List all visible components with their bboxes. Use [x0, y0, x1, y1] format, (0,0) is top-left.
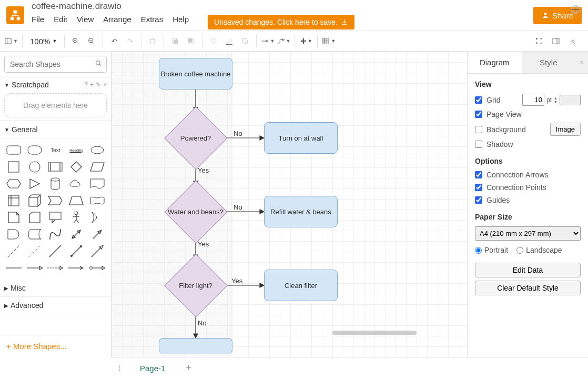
menu-edit[interactable]: Edit	[54, 15, 67, 29]
fill-color-icon[interactable]	[207, 34, 220, 48]
page-menu-icon[interactable]: ⋮	[111, 364, 127, 372]
format-panel-icon[interactable]	[549, 34, 563, 48]
conn-points-checkbox[interactable]	[475, 184, 482, 191]
shadow-icon[interactable]	[238, 34, 252, 48]
shape-text[interactable]: Text	[46, 143, 65, 157]
clear-style-button[interactable]: Clear Default Style	[475, 281, 581, 295]
shape-curve[interactable]	[46, 227, 65, 242]
shape-data-storage[interactable]	[25, 227, 44, 242]
app-logo[interactable]	[6, 6, 24, 24]
scratchpad-close-icon[interactable]: ×	[103, 81, 107, 88]
collapse-icon[interactable]	[566, 34, 580, 48]
sidebar-toggle-icon[interactable]: ▼	[4, 34, 18, 48]
grid-color-swatch[interactable]	[560, 95, 581, 105]
shape-triangle[interactable]	[25, 176, 44, 191]
delete-icon[interactable]	[146, 34, 159, 48]
shape-hline-arrow[interactable]	[25, 261, 44, 275]
node-powered[interactable]: Powered?	[164, 106, 227, 170]
background-checkbox[interactable]	[475, 126, 482, 133]
add-page-icon[interactable]: +	[178, 358, 199, 377]
shape-or[interactable]	[88, 210, 107, 225]
scratchpad-edit-icon[interactable]: ✎	[96, 81, 101, 88]
close-panel-icon[interactable]: ×	[575, 52, 588, 73]
connection-icon[interactable]: ▼	[261, 34, 275, 48]
shape-internal-storage[interactable]	[4, 193, 23, 208]
search-shapes-input[interactable]	[4, 56, 107, 73]
shape-cube[interactable]	[25, 193, 44, 208]
guides-checkbox[interactable]	[475, 196, 482, 204]
redo-icon[interactable]: ↷	[123, 34, 137, 48]
menu-help[interactable]: Help	[173, 15, 189, 29]
search-icon[interactable]	[95, 59, 103, 69]
waypoint-icon[interactable]: ▼	[277, 34, 290, 48]
shape-process[interactable]	[46, 160, 65, 174]
shape-bidirectional-arrow[interactable]	[67, 227, 86, 242]
grid-checkbox[interactable]	[475, 96, 482, 104]
undo-icon[interactable]: ↶	[107, 34, 121, 48]
shape-hline-circle-arrow[interactable]	[88, 261, 107, 275]
more-shapes-button[interactable]: + More Shapes...	[0, 335, 111, 357]
shape-diamond[interactable]	[67, 160, 86, 174]
shape-line-dots[interactable]	[67, 244, 86, 258]
shape-trapezoid[interactable]	[67, 193, 86, 208]
menu-view[interactable]: View	[77, 15, 94, 29]
shape-square[interactable]	[4, 160, 23, 174]
shape-parallelogram[interactable]	[88, 160, 107, 174]
menu-arrange[interactable]: Arrange	[103, 15, 131, 29]
zoom-in-icon[interactable]	[69, 34, 83, 48]
edit-data-button[interactable]: Edit Data	[475, 263, 581, 277]
shape-arrow[interactable]	[88, 227, 107, 242]
shape-dotted-line[interactable]	[25, 244, 44, 258]
shape-and[interactable]	[4, 227, 23, 242]
insert-icon[interactable]: +▼	[299, 34, 313, 48]
scratchpad-dropzone[interactable]: Drag elements here	[4, 93, 107, 117]
shape-hline-open-arrow[interactable]	[67, 261, 86, 275]
shape-note[interactable]	[4, 210, 23, 225]
image-button[interactable]: Image	[550, 123, 581, 136]
grid-down-icon[interactable]: ▼	[554, 100, 557, 104]
page-tab-1[interactable]: Page-1	[127, 359, 178, 377]
shape-heading[interactable]: Heading	[67, 143, 86, 157]
node-water[interactable]: Water and beans?	[164, 180, 227, 243]
shape-cylinder[interactable]	[46, 176, 65, 191]
line-color-icon[interactable]	[222, 34, 236, 48]
shape-line-arrow[interactable]	[88, 244, 107, 258]
shape-hexagon[interactable]	[4, 176, 23, 191]
unsaved-banner[interactable]: Unsaved changes. Click here to save.	[208, 15, 354, 29]
node-broken[interactable]: Broken coffee machine	[159, 58, 232, 89]
menu-file[interactable]: File	[32, 15, 44, 29]
shape-ellipse[interactable]	[88, 143, 107, 157]
node-turn-on[interactable]: Turn on at wall	[264, 122, 338, 154]
shape-hline[interactable]	[4, 261, 23, 275]
zoom-out-icon[interactable]	[85, 34, 98, 48]
tab-diagram[interactable]: Diagram	[468, 52, 522, 73]
conn-arrows-checkbox[interactable]	[475, 171, 482, 178]
fullscreen-icon[interactable]	[532, 34, 546, 48]
language-globe-icon[interactable]	[570, 4, 581, 15]
shape-circle[interactable]	[25, 160, 44, 174]
section-advanced[interactable]: ▶Advanced	[0, 297, 111, 314]
scratchpad-help-icon[interactable]: ?	[84, 81, 88, 88]
node-refill[interactable]: Refill water & beans	[264, 196, 338, 227]
paper-size-select[interactable]: A4 (210 mm x 297 mm)	[475, 226, 581, 241]
shape-step[interactable]	[46, 193, 65, 208]
shape-rounded-rect-2[interactable]	[25, 143, 44, 157]
to-back-icon[interactable]	[184, 34, 198, 48]
portrait-radio[interactable]	[475, 247, 482, 254]
shape-line[interactable]	[46, 244, 65, 258]
filename[interactable]: coffee-machine.drawio	[32, 1, 533, 12]
shape-cloud[interactable]	[67, 176, 86, 191]
section-general[interactable]: ▼General	[0, 121, 111, 138]
shape-dashed-line[interactable]	[4, 244, 23, 258]
shape-hline-dash-arrow[interactable]	[46, 261, 65, 275]
grid-size-input[interactable]	[522, 94, 544, 106]
zoom-select[interactable]: 100%▼	[27, 37, 60, 46]
grid-up-icon[interactable]: ▲	[554, 96, 557, 100]
tab-style[interactable]: Style	[522, 52, 576, 73]
shape-card[interactable]	[25, 210, 44, 225]
node-partial[interactable]	[159, 338, 232, 354]
shape-document[interactable]	[88, 176, 107, 191]
landscape-radio[interactable]	[516, 247, 523, 254]
scratchpad-add-icon[interactable]: +	[90, 81, 94, 88]
table-icon[interactable]: ▼	[322, 34, 336, 48]
